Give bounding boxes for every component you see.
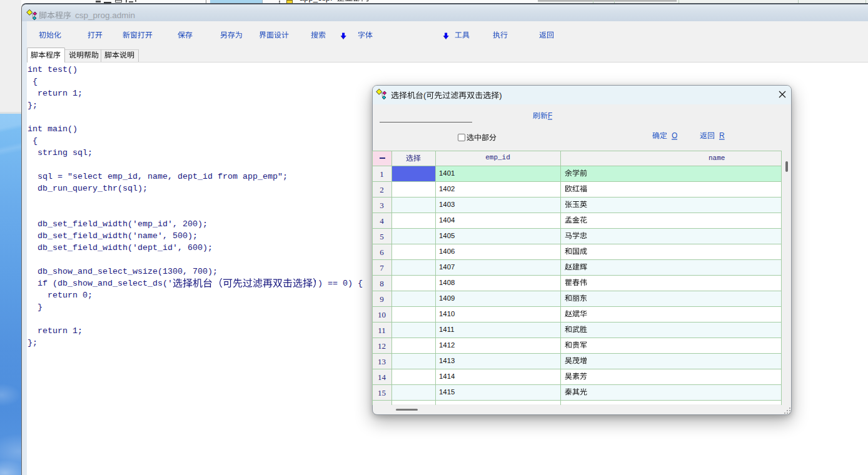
svg-text:): ) [499,91,502,100]
svg-text:F: F [548,112,552,120]
svg-text:app_csp:: app_csp: [300,0,333,2]
svg-text:R: R [719,132,725,140]
svg-text:O: O [672,132,677,140]
svg-text:(: ( [423,91,426,100]
